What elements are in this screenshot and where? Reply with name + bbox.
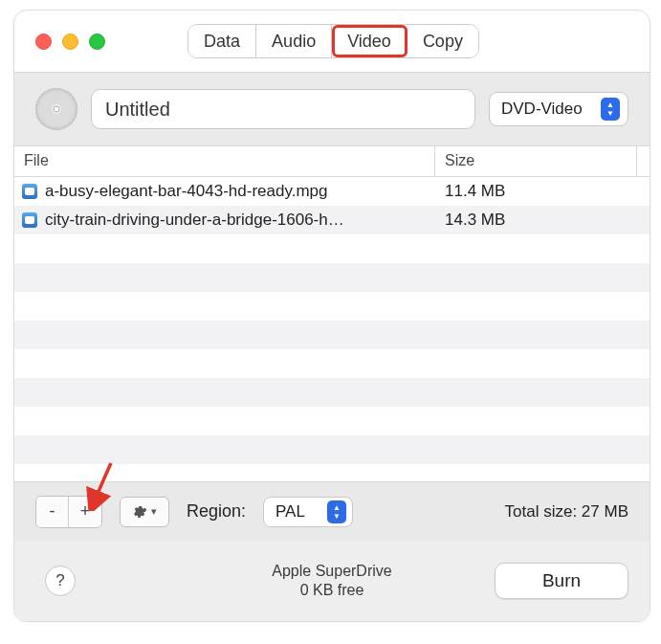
video-file-icon bbox=[22, 184, 37, 199]
table-header: File Size bbox=[14, 146, 650, 177]
disc-format-value: DVD-Video bbox=[501, 100, 583, 119]
file-table: File Size a-busy-elegant-bar-4043-hd-rea… bbox=[14, 146, 650, 481]
table-body: a-busy-elegant-bar-4043-hd-ready.mpg 11.… bbox=[14, 177, 650, 481]
table-row-empty bbox=[14, 435, 650, 464]
disc-format-select[interactable]: DVD-Video bbox=[489, 92, 628, 126]
region-select[interactable]: PAL bbox=[263, 497, 353, 527]
table-row-empty bbox=[14, 263, 650, 292]
disc-header: DVD-Video bbox=[14, 72, 650, 146]
close-window-button[interactable] bbox=[35, 33, 52, 50]
file-name: city-train-driving-under-a-bridge-1606-h… bbox=[45, 211, 344, 230]
add-button[interactable]: + bbox=[69, 497, 101, 527]
table-row-empty bbox=[14, 378, 650, 407]
disc-title-input[interactable] bbox=[91, 89, 475, 129]
mode-segmented-control: Data Audio Video Copy bbox=[187, 24, 479, 58]
drive-info: Apple SuperDrive 0 KB free bbox=[272, 562, 391, 600]
table-row-empty bbox=[14, 292, 650, 321]
tab-audio[interactable]: Audio bbox=[256, 25, 332, 57]
bottom-controls: - + ▾ Region: PAL Total size: 27 MB bbox=[14, 481, 650, 541]
footer: ? Apple SuperDrive 0 KB free Burn bbox=[14, 541, 650, 621]
minimize-window-button[interactable] bbox=[62, 33, 78, 50]
region-label: Region: bbox=[187, 501, 246, 522]
column-header-file[interactable]: File bbox=[14, 146, 435, 176]
app-window: Data Audio Video Copy DVD-Video File Siz… bbox=[13, 10, 650, 622]
tab-data[interactable]: Data bbox=[188, 25, 256, 57]
zoom-window-button[interactable] bbox=[89, 33, 105, 50]
actions-menu-button[interactable]: ▾ bbox=[120, 497, 169, 527]
table-row-empty bbox=[14, 464, 650, 481]
file-size: 14.3 MB bbox=[435, 211, 650, 230]
table-row[interactable]: a-busy-elegant-bar-4043-hd-ready.mpg 11.… bbox=[14, 177, 650, 206]
titlebar: Data Audio Video Copy bbox=[14, 11, 650, 72]
table-row-empty bbox=[14, 349, 650, 378]
region-value: PAL bbox=[275, 502, 305, 522]
column-header-tail bbox=[636, 146, 650, 176]
stepper-icon bbox=[327, 500, 346, 523]
gear-icon bbox=[132, 504, 147, 520]
drive-name: Apple SuperDrive bbox=[272, 562, 391, 581]
file-name: a-busy-elegant-bar-4043-hd-ready.mpg bbox=[45, 182, 327, 201]
tab-video[interactable]: Video bbox=[332, 25, 408, 57]
table-row-empty bbox=[14, 321, 650, 349]
remove-button[interactable]: - bbox=[36, 497, 69, 527]
disc-icon bbox=[35, 88, 77, 130]
column-header-size[interactable]: Size bbox=[435, 146, 636, 176]
add-remove-group: - + bbox=[35, 496, 102, 528]
tab-copy[interactable]: Copy bbox=[408, 25, 478, 57]
table-row-empty bbox=[14, 407, 650, 435]
window-controls bbox=[35, 33, 105, 50]
help-button[interactable]: ? bbox=[45, 566, 76, 596]
chevron-down-icon: ▾ bbox=[151, 505, 157, 518]
stepper-icon bbox=[601, 98, 620, 121]
total-size-label: Total size: 27 MB bbox=[505, 502, 628, 522]
table-row[interactable]: city-train-driving-under-a-bridge-1606-h… bbox=[14, 206, 650, 234]
video-file-icon bbox=[22, 212, 37, 228]
drive-free: 0 KB free bbox=[272, 581, 391, 600]
file-size: 11.4 MB bbox=[435, 182, 650, 201]
burn-button[interactable]: Burn bbox=[495, 563, 628, 599]
table-row-empty bbox=[14, 234, 650, 263]
